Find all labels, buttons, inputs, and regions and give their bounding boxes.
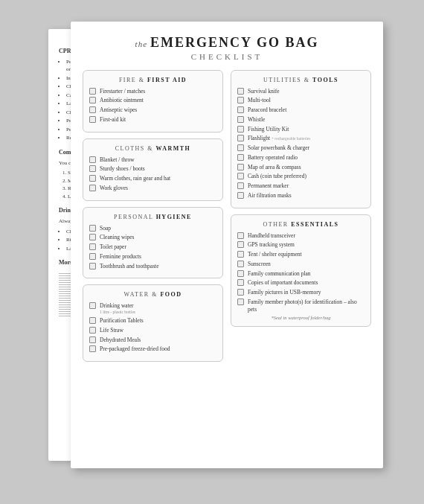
title-checklist: CHECKLIST: [83, 52, 371, 61]
section-personal-hygiene: PERSONAL HYGIENE Soap Cleaning wipes Toi…: [83, 207, 223, 279]
checkbox[interactable]: [237, 232, 244, 239]
checkbox[interactable]: [237, 261, 244, 267]
item-text: Toothbrush and toothpaste: [100, 263, 216, 270]
item-cleaning-wipes: Cleaning wipes: [89, 234, 216, 241]
section-cloths-warmth: CLOTHS & WARMTH Blanket / throw Sturdy s…: [83, 138, 223, 201]
item-transceiver: Handheld transceiver: [237, 232, 364, 240]
checkbox[interactable]: [89, 327, 96, 334]
section-fire-first-aid: FIRE & FIRST AID Firestarter / matches A…: [83, 70, 223, 133]
checkbox[interactable]: [89, 106, 96, 113]
item-lifestraw: Life Straw: [89, 327, 216, 334]
item-firstaid-kit: First-aid kit: [89, 116, 216, 124]
item-text: Antiseptic wipes: [100, 106, 216, 114]
title-main: EMERGENCY GO BAG: [150, 35, 318, 50]
item-text: Battery operated radio: [248, 154, 364, 162]
checkbox[interactable]: [237, 192, 244, 199]
checkbox[interactable]: [89, 345, 96, 352]
main-title: the EMERGENCY GO BAG CHECKLIST: [83, 35, 371, 61]
item-gloves: Work gloves: [89, 185, 216, 192]
checkbox[interactable]: [237, 154, 244, 161]
checkbox[interactable]: [237, 164, 244, 170]
section-fire-first-aid-title: FIRE & FIRST AID: [89, 77, 216, 83]
item-fishing-kit: Fishing Utility Kit: [237, 126, 364, 133]
checkbox[interactable]: [237, 116, 244, 123]
item-text: Fishing Utility Kit: [248, 126, 364, 133]
item-blanket: Blanket / throw: [89, 156, 216, 164]
item-paracord: Paracord bracelet: [237, 106, 364, 114]
checkbox[interactable]: [89, 88, 96, 95]
item-text: Warm clothes, rain gear and hat: [100, 175, 216, 182]
item-marker: Permanent marker: [237, 182, 364, 190]
checkbox[interactable]: [237, 241, 244, 248]
item-soap: Soap: [89, 225, 216, 232]
item-flashlight: Flashlight + rechargeable batteries: [237, 135, 364, 142]
section-water-food: WATER & FOOD Drinking water 1 litre - pl…: [83, 284, 223, 362]
item-text: Sturdy shoes / boots: [100, 165, 216, 173]
section-water-food-title: WATER & FOOD: [89, 291, 216, 298]
item-whistle: Whistle: [237, 116, 364, 124]
item-comm-plan: Family communication plan: [237, 270, 364, 278]
item-text: Family pictures in USB-memory: [248, 289, 364, 296]
item-text: GPS tracking system: [248, 241, 364, 249]
item-text: Sunscreen: [248, 261, 364, 268]
checkbox[interactable]: [89, 234, 96, 240]
item-text: Feminine products: [100, 253, 216, 261]
item-text: Dehydrated Meals: [100, 336, 216, 344]
item-text: Purification Tablets: [100, 317, 216, 325]
front-page: the EMERGENCY GO BAG CHECKLIST FIRE & FI…: [71, 22, 383, 468]
checkbox[interactable]: [237, 106, 244, 113]
item-tent: Tent / shelter equipment: [237, 251, 364, 258]
item-text: Pre-packaged freeze-dried food: [100, 345, 216, 353]
section-utilities-tools-title: UTILITIES & TOOLS: [237, 77, 364, 83]
checkbox[interactable]: [89, 97, 96, 103]
item-text: Air filtration masks: [248, 192, 364, 200]
checkbox[interactable]: [237, 173, 244, 179]
item-text: Cash (coin tube preferred): [248, 173, 364, 180]
checkbox[interactable]: [89, 317, 96, 324]
checkbox[interactable]: [237, 289, 244, 296]
item-text: Life Straw: [100, 327, 216, 334]
checkbox[interactable]: [89, 165, 96, 172]
checkbox[interactable]: [237, 126, 244, 133]
item-text: Permanent marker: [248, 182, 364, 190]
checkbox[interactable]: [237, 97, 244, 103]
item-text: Solar powerbank & charger: [248, 144, 364, 152]
item-photos: Family member photo(s) for identificatio…: [237, 299, 364, 313]
checkbox[interactable]: [89, 336, 96, 343]
checkbox[interactable]: [237, 88, 244, 95]
item-gps: GPS tracking system: [237, 241, 364, 249]
item-feminine: Feminine products: [89, 253, 216, 261]
item-cash: Cash (coin tube preferred): [237, 173, 364, 180]
checkbox[interactable]: [89, 243, 96, 250]
checkbox[interactable]: [89, 253, 96, 260]
section-other-essentials: OTHER ESSENTIALS Handheld transceiver GP…: [231, 214, 371, 328]
item-warm-clothes: Warm clothes, rain gear and hat: [89, 175, 216, 182]
item-masks: Air filtration masks: [237, 192, 364, 200]
item-text: Handheld transceiver: [248, 232, 364, 240]
checkbox[interactable]: [237, 135, 244, 141]
checkbox[interactable]: [237, 270, 244, 277]
checkbox[interactable]: [89, 116, 96, 123]
item-drinking-water: Drinking water 1 litre - plastic bottles: [89, 302, 216, 315]
item-text: Firestarter / matches: [100, 88, 216, 95]
item-shoes: Sturdy shoes / boots: [89, 165, 216, 173]
checkbox[interactable]: [237, 144, 244, 151]
item-text: Soap: [100, 225, 216, 232]
item-freeze-dried: Pre-packaged freeze-dried food: [89, 345, 216, 353]
page-container: CPR & First Aid Perform CPR when person …: [33, 22, 391, 483]
item-text: Map of area & compass: [248, 164, 364, 171]
checkbox[interactable]: [89, 225, 96, 232]
checkbox[interactable]: [237, 251, 244, 258]
item-text: Multi-tool: [248, 97, 364, 104]
checkbox[interactable]: [89, 185, 96, 191]
checkbox[interactable]: [89, 302, 96, 309]
item-text: Work gloves: [100, 185, 216, 192]
checkbox[interactable]: [89, 156, 96, 163]
checkbox[interactable]: [89, 175, 96, 182]
section-other-essentials-title: OTHER ESSENTIALS: [237, 221, 364, 228]
item-radio: Battery operated radio: [237, 154, 364, 162]
checkbox[interactable]: [237, 279, 244, 286]
checkbox[interactable]: [237, 182, 244, 189]
checkbox[interactable]: [89, 263, 96, 269]
checkbox[interactable]: [237, 299, 244, 305]
